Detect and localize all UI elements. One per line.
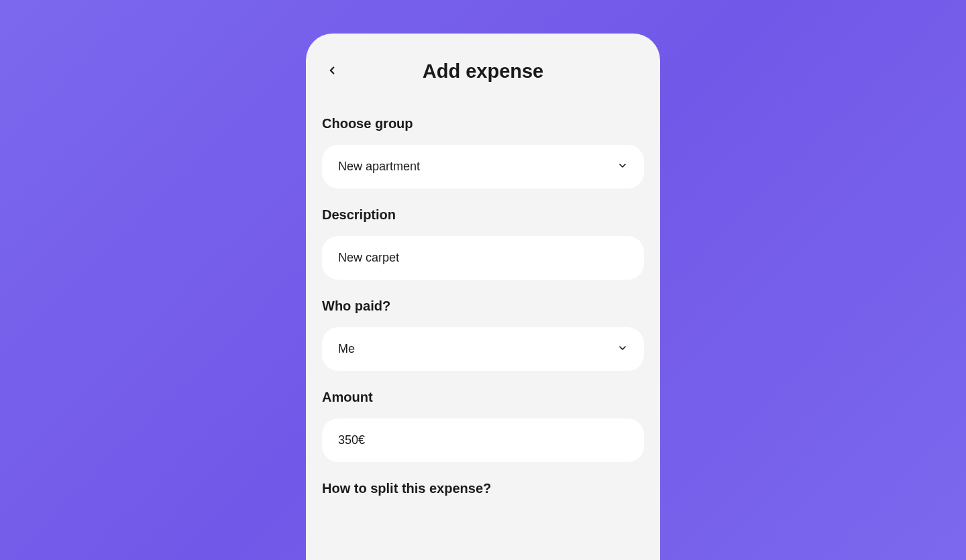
back-button[interactable] — [322, 62, 342, 82]
group-select[interactable]: New apartment — [322, 145, 644, 188]
payer-section: Who paid? Me — [322, 298, 644, 371]
amount-section: Amount — [322, 390, 644, 462]
payer-label: Who paid? — [322, 298, 644, 314]
chevron-down-icon — [617, 343, 628, 356]
payer-select-value: Me — [338, 342, 355, 356]
description-input[interactable] — [322, 236, 644, 280]
header: Add expense — [322, 60, 644, 82]
page-title: Add expense — [423, 60, 544, 82]
chevron-down-icon — [617, 160, 628, 174]
chevron-left-icon — [326, 64, 338, 78]
description-label: Description — [322, 207, 644, 223]
expense-form-screen: Add expense Choose group New apartment D… — [306, 34, 660, 560]
split-label: How to split this expense? — [322, 481, 644, 496]
description-section: Description — [322, 207, 644, 280]
split-section: How to split this expense? — [322, 481, 644, 496]
amount-label: Amount — [322, 390, 644, 405]
amount-input[interactable] — [322, 418, 644, 462]
payer-select[interactable]: Me — [322, 327, 644, 371]
group-section: Choose group New apartment — [322, 116, 644, 188]
group-select-value: New apartment — [338, 160, 420, 174]
group-label: Choose group — [322, 116, 644, 131]
